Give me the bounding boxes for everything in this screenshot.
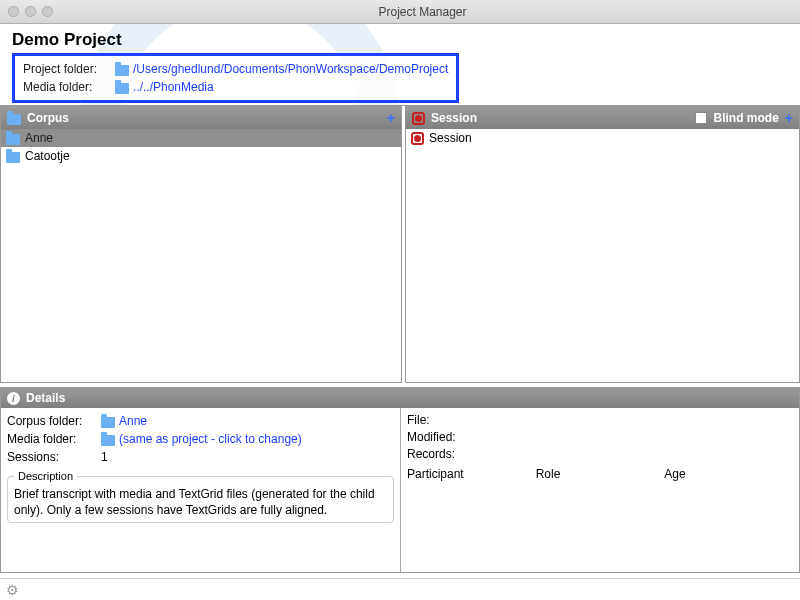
list-item-label: Anne bbox=[25, 131, 53, 145]
project-name: Demo Project bbox=[12, 30, 788, 50]
col-age: Age bbox=[664, 467, 793, 481]
media-folder-path[interactable]: ../../PhonMedia bbox=[133, 78, 214, 96]
details-right: File: Modified: Records: Participant Rol… bbox=[401, 408, 799, 572]
corpus-list[interactable]: Anne Catootje bbox=[1, 129, 401, 382]
corpus-item-anne[interactable]: Anne bbox=[1, 129, 401, 147]
sessions-count-label: Sessions: bbox=[7, 448, 97, 466]
corpus-folder-value[interactable]: Anne bbox=[119, 412, 147, 430]
corpus-folder-label: Corpus folder: bbox=[7, 412, 97, 430]
session-list[interactable]: Session bbox=[406, 129, 799, 382]
status-bar: ⚙ bbox=[0, 578, 800, 600]
close-icon[interactable] bbox=[8, 6, 19, 17]
folder-icon bbox=[101, 435, 115, 446]
list-item-label: Session bbox=[429, 131, 472, 145]
details-media-folder-label: Media folder: bbox=[7, 430, 97, 448]
project-header: Demo Project Project folder: /Users/ghed… bbox=[0, 24, 800, 105]
session-panel-title: Session bbox=[431, 111, 477, 125]
folder-icon bbox=[6, 134, 20, 145]
folder-icon bbox=[115, 65, 129, 76]
folder-icon bbox=[101, 417, 115, 428]
blind-mode-label: Blind mode bbox=[713, 111, 778, 125]
corpus-panel-title: Corpus bbox=[27, 111, 69, 125]
list-item-label: Catootje bbox=[25, 149, 70, 163]
col-role: Role bbox=[536, 467, 665, 481]
zoom-icon[interactable] bbox=[42, 6, 53, 17]
corpus-item-catootje[interactable]: Catootje bbox=[1, 147, 401, 165]
window-title: Project Manager bbox=[53, 5, 792, 19]
gear-icon[interactable]: ⚙ bbox=[6, 582, 19, 598]
session-icon bbox=[412, 112, 425, 125]
info-icon: i bbox=[7, 392, 20, 405]
folders-highlight-box: Project folder: /Users/ghedlund/Document… bbox=[12, 53, 459, 103]
modified-label: Modified: bbox=[407, 429, 793, 446]
session-panel-header: Session Blind mode + bbox=[406, 107, 799, 129]
description-fieldset: Description Brief transcript with media … bbox=[7, 470, 394, 523]
folder-icon bbox=[115, 83, 129, 94]
details-media-folder-value[interactable]: (same as project - click to change) bbox=[119, 430, 302, 448]
corpus-panel: Corpus + Anne Catootje bbox=[0, 106, 402, 383]
session-icon bbox=[411, 132, 424, 145]
blind-mode-checkbox[interactable] bbox=[695, 112, 707, 124]
sessions-count-value: 1 bbox=[101, 448, 108, 466]
session-item[interactable]: Session bbox=[406, 129, 799, 147]
media-folder-row: Media folder: ../../PhonMedia bbox=[23, 78, 448, 96]
minimize-icon[interactable] bbox=[25, 6, 36, 17]
media-folder-label: Media folder: bbox=[23, 78, 111, 96]
details-panel: i Details Corpus folder: Anne Media fold… bbox=[0, 387, 800, 573]
project-folder-path[interactable]: /Users/ghedlund/Documents/PhonWorkspace/… bbox=[133, 60, 448, 78]
project-folder-row: Project folder: /Users/ghedlund/Document… bbox=[23, 60, 448, 78]
add-session-button[interactable]: + bbox=[785, 110, 793, 126]
file-label: File: bbox=[407, 412, 793, 429]
details-header: i Details bbox=[1, 388, 799, 408]
description-text[interactable]: Brief transcript with media and TextGrid… bbox=[14, 486, 387, 518]
main-split: Corpus + Anne Catootje Session Blind mod… bbox=[0, 105, 800, 383]
window-titlebar: Project Manager bbox=[0, 0, 800, 24]
description-legend: Description bbox=[14, 470, 77, 482]
details-title: Details bbox=[26, 391, 65, 405]
folder-icon bbox=[7, 114, 21, 125]
col-participant: Participant bbox=[407, 467, 536, 481]
corpus-panel-header: Corpus + bbox=[1, 107, 401, 129]
participant-columns: Participant Role Age bbox=[407, 467, 793, 481]
add-corpus-button[interactable]: + bbox=[387, 110, 395, 126]
details-left: Corpus folder: Anne Media folder: (same … bbox=[1, 408, 401, 572]
session-panel: Session Blind mode + Session bbox=[405, 106, 800, 383]
records-label: Records: bbox=[407, 446, 793, 463]
traffic-lights bbox=[8, 6, 53, 17]
project-folder-label: Project folder: bbox=[23, 60, 111, 78]
folder-icon bbox=[6, 152, 20, 163]
